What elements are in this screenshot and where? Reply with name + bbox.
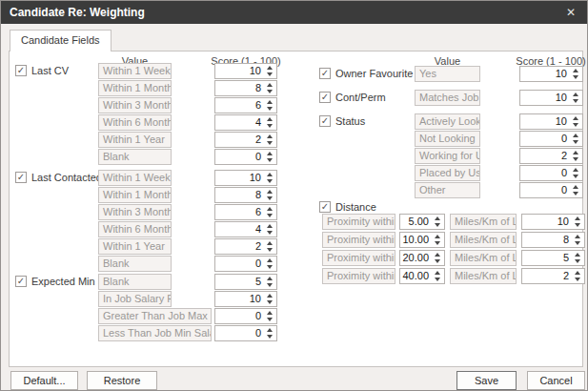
restore-default-button[interactable]: Restore Default <box>87 371 157 390</box>
spinner-arrows[interactable] <box>266 150 274 164</box>
spinner-arrows[interactable] <box>266 205 274 219</box>
spinner-up-icon[interactable] <box>267 100 273 104</box>
score-spinner[interactable]: 0 <box>214 256 277 272</box>
spinner-down-icon[interactable] <box>267 214 273 217</box>
score-spinner[interactable]: 10 <box>519 66 583 82</box>
spinner-arrows[interactable] <box>266 98 274 113</box>
spinner-arrows[interactable] <box>574 251 581 265</box>
score-spinner[interactable]: 10 <box>214 291 277 307</box>
score-spinner[interactable]: 0 <box>519 131 583 147</box>
score-spinner[interactable]: 5 <box>521 250 585 266</box>
score-spinner[interactable]: 10 <box>519 113 583 130</box>
spinner-down-icon[interactable] <box>435 259 440 263</box>
score-spinner[interactable]: 10 <box>519 90 583 106</box>
spinner-up-icon[interactable] <box>435 271 440 275</box>
score-spinner[interactable]: 4 <box>214 221 277 237</box>
score-spinner[interactable]: 0 <box>214 308 277 324</box>
spinner-down-icon[interactable] <box>573 192 578 196</box>
spinner-down-icon[interactable] <box>267 72 273 76</box>
score-spinner[interactable]: 8 <box>214 80 277 96</box>
spinner-up-icon[interactable] <box>573 151 578 154</box>
checkbox[interactable]: ✓ <box>319 92 331 103</box>
spinner-down-icon[interactable] <box>267 90 273 93</box>
score-spinner[interactable]: 4 <box>214 114 277 131</box>
spinner-up-icon[interactable] <box>573 134 578 137</box>
checkbox[interactable]: ✓ <box>15 276 27 287</box>
spinner-down-icon[interactable] <box>575 278 580 281</box>
close-icon[interactable]: ✕ <box>560 1 581 24</box>
spinner-up-icon[interactable] <box>267 134 273 138</box>
proximity-amount-spinner[interactable]: 10.00 <box>399 232 445 248</box>
spinner-up-icon[interactable] <box>573 93 578 96</box>
spinner-down-icon[interactable] <box>267 283 273 287</box>
spinner-up-icon[interactable] <box>575 271 580 275</box>
spinner-arrows[interactable] <box>572 132 579 146</box>
checkbox[interactable]: ✓ <box>15 65 27 76</box>
spinner-arrows[interactable] <box>574 233 581 247</box>
spinner-up-icon[interactable] <box>573 116 578 120</box>
spinner-up-icon[interactable] <box>267 152 273 155</box>
default-button[interactable]: Default... <box>10 371 78 390</box>
spinner-up-icon[interactable] <box>435 253 440 257</box>
score-spinner[interactable]: 10 <box>214 63 277 79</box>
cancel-button[interactable]: Cancel <box>527 371 585 390</box>
spinner-arrows[interactable] <box>572 183 579 197</box>
spinner-down-icon[interactable] <box>267 141 273 145</box>
spinner-down-icon[interactable] <box>267 300 273 304</box>
spinner-up-icon[interactable] <box>267 117 273 121</box>
score-spinner[interactable]: 6 <box>214 97 277 113</box>
spinner-up-icon[interactable] <box>267 311 273 315</box>
spinner-down-icon[interactable] <box>435 278 440 281</box>
save-button[interactable]: Save <box>456 371 517 390</box>
spinner-arrows[interactable] <box>572 67 579 81</box>
score-spinner[interactable]: 10 <box>214 170 277 186</box>
spinner-down-icon[interactable] <box>267 318 273 321</box>
spinner-down-icon[interactable] <box>573 157 578 161</box>
score-spinner[interactable]: 8 <box>521 232 585 248</box>
score-spinner[interactable]: 0 <box>214 149 277 165</box>
spinner-arrows[interactable] <box>266 326 274 340</box>
spinner-down-icon[interactable] <box>267 107 273 111</box>
score-spinner[interactable]: 6 <box>214 204 277 220</box>
proximity-amount-spinner[interactable]: 20.00 <box>399 250 445 266</box>
spinner-arrows[interactable] <box>266 292 274 306</box>
spinner-down-icon[interactable] <box>573 99 578 103</box>
score-spinner[interactable]: 2 <box>521 268 585 284</box>
spinner-up-icon[interactable] <box>267 173 273 176</box>
spinner-arrows[interactable] <box>266 171 274 185</box>
score-spinner[interactable]: 0 <box>519 165 583 181</box>
score-spinner[interactable]: 2 <box>214 132 277 148</box>
spinner-up-icon[interactable] <box>573 168 578 172</box>
spinner-up-icon[interactable] <box>267 258 273 262</box>
spinner-up-icon[interactable] <box>435 235 440 238</box>
spinner-down-icon[interactable] <box>575 241 580 245</box>
score-spinner[interactable]: 10 <box>521 214 585 230</box>
spinner-up-icon[interactable] <box>573 185 578 189</box>
spinner-arrows[interactable] <box>266 133 274 147</box>
spinner-arrows[interactable] <box>266 64 274 78</box>
spinner-down-icon[interactable] <box>435 223 440 227</box>
spinner-up-icon[interactable] <box>267 190 273 194</box>
spinner-arrows[interactable] <box>266 222 274 237</box>
spinner-arrows[interactable] <box>266 257 274 271</box>
spinner-up-icon[interactable] <box>267 66 273 70</box>
score-spinner[interactable]: 8 <box>214 187 277 203</box>
spinner-arrows[interactable] <box>574 215 581 229</box>
spinner-down-icon[interactable] <box>267 124 273 128</box>
spinner-up-icon[interactable] <box>267 277 273 280</box>
checkbox[interactable]: ✓ <box>319 68 331 79</box>
spinner-down-icon[interactable] <box>267 248 273 252</box>
spinner-down-icon[interactable] <box>573 123 578 127</box>
checkbox[interactable]: ✓ <box>15 172 27 183</box>
spinner-down-icon[interactable] <box>267 335 273 339</box>
score-spinner[interactable]: 5 <box>214 274 277 290</box>
spinner-down-icon[interactable] <box>573 140 578 144</box>
spinner-up-icon[interactable] <box>267 294 273 298</box>
spinner-down-icon[interactable] <box>267 231 273 235</box>
proximity-amount-spinner[interactable]: 40.00 <box>399 268 445 284</box>
spinner-down-icon[interactable] <box>267 265 273 269</box>
spinner-up-icon[interactable] <box>575 235 580 238</box>
spinner-down-icon[interactable] <box>435 241 440 245</box>
spinner-arrows[interactable] <box>266 309 274 323</box>
spinner-arrows[interactable] <box>572 91 579 105</box>
